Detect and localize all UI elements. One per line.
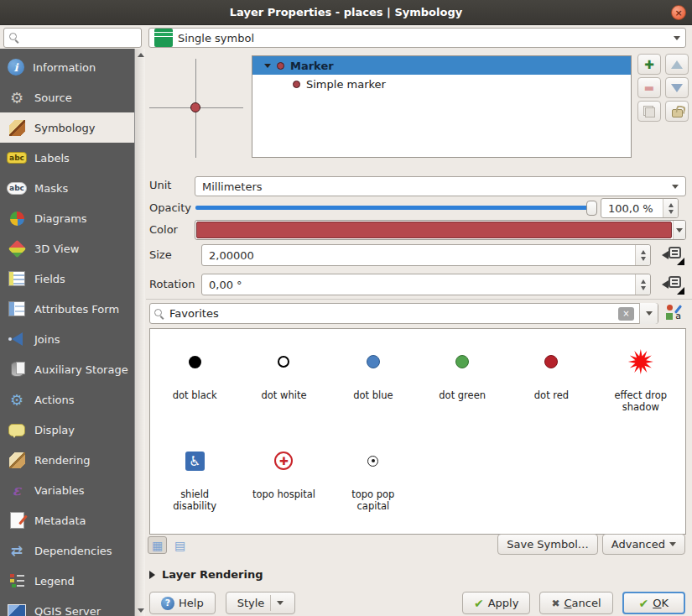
chevron-down-icon [669,542,676,546]
color-dropdown[interactable] [673,221,685,239]
unit-dropdown[interactable]: Millimeters [195,176,686,196]
properties-search-box[interactable] [3,28,142,48]
sidebar-item-symbology[interactable]: Symbology [0,112,134,143]
close-icon[interactable]: × [671,5,686,20]
rotation-spinbox[interactable]: 0,00 ° [201,274,651,295]
tree-item-simple-marker[interactable]: Simple marker [252,75,631,93]
symbol-dot-white[interactable]: dot white [239,334,328,433]
sidebar-item-joins[interactable]: Joins [0,324,134,354]
duplicate-button[interactable] [637,101,661,122]
cancel-button[interactable]: ✖ Cancel [539,592,612,614]
icon-view-button[interactable]: ▦ [148,536,167,554]
scroll-up-icon[interactable] [135,50,146,60]
ok-button[interactable]: ✔ OK [622,592,686,614]
opacity-slider-handle[interactable] [586,201,597,216]
symbol-effect-drop-shadow[interactable]: effect drop shadow [596,334,685,433]
color-button[interactable] [195,220,686,240]
sidebar-item-label: 3D View [34,243,79,255]
labels-abc-icon: abc [7,152,27,164]
sidebar-item-label: Attributes Form [34,303,119,316]
sidebar-item-fields[interactable]: Fields [0,264,134,294]
symbol-action-buttons: Save Symbol… Advanced [497,534,685,555]
sidebar-item-label: Dependencies [34,545,112,557]
sidebar-item-label: Variables [34,484,84,497]
sidebar-item-dependencies[interactable]: ⇄ Dependencies [0,535,134,566]
tree-item-label: Marker [290,60,334,72]
move-up-button[interactable] [665,54,689,75]
symbol-filter-input[interactable] [169,307,613,320]
window-title: Layer Properties - places | Symbology [230,6,462,18]
filter-dropdown[interactable] [639,303,658,324]
sidebar-item-attributes-form[interactable]: Attributes Form [0,294,134,324]
sidebar-item-metadata[interactable]: Metadata [0,505,134,535]
style-manager-button[interactable]: a [665,305,682,321]
list-view-button[interactable]: ▤ [170,536,190,554]
check-icon: ✔ [639,597,649,610]
source-icon: ⚙ [8,88,26,107]
chevron-down-icon [674,36,680,40]
unit-value: Millimeters [202,180,263,193]
dot-red-icon [544,355,558,368]
symbol-filter-bar[interactable]: × [149,303,658,324]
remove-symbol-layer-button[interactable]: ▬ [637,77,661,98]
symbol-dot-blue[interactable]: dot blue [329,334,418,433]
add-symbol-layer-button[interactable]: ✚ [637,54,661,75]
sidebar-item-variables[interactable]: ε Variables [0,475,134,505]
color-swatch[interactable] [196,222,672,238]
layer-rendering-section[interactable]: Layer Rendering [149,568,263,581]
down-arrow-icon [671,84,683,92]
rotation-data-override-button[interactable] [662,275,684,295]
sidebar-item-actions[interactable]: ⚙ Actions [0,384,134,415]
apply-button[interactable]: ✔ Apply [462,592,530,614]
sidebar-item-auxiliary-storage[interactable]: Auxiliary Storage [0,354,134,384]
scroll-down-icon[interactable] [135,605,146,615]
opacity-label: Opacity [149,201,191,214]
style-button[interactable]: Style [226,592,296,614]
symbol-dot-black[interactable]: dot black [150,334,239,433]
size-spinbox[interactable]: 2,00000 [201,244,651,266]
symbol-topo-hospital[interactable]: ✚ topo hospital [239,433,328,532]
symbol-dot-green[interactable]: dot green [418,334,507,433]
sidebar-item-labels[interactable]: abc Labels [0,143,134,173]
symbol-shield-disability[interactable]: ♿ shield disability [150,433,239,532]
unlock-icon [672,106,683,117]
properties-search-input[interactable] [23,32,136,44]
opacity-spinbox[interactable]: 100,0 % [601,198,679,218]
sidebar-item-3d-view[interactable]: 3D View [0,233,134,264]
unit-label: Unit [149,179,171,191]
size-data-override-button[interactable] [662,246,684,265]
duplicate-icon [643,106,655,117]
tree-item-marker[interactable]: Marker [252,56,631,75]
spinner-arrows[interactable] [635,274,650,295]
symbol-dot-red[interactable]: dot red [507,334,596,433]
spinner-arrows[interactable] [635,245,650,265]
help-button[interactable]: ? Help [149,592,216,614]
sidebar-item-diagrams[interactable]: Diagrams [0,203,134,233]
spinner-arrows[interactable] [663,199,678,217]
size-value: 2,00000 [202,249,635,262]
lock-colors-button[interactable] [665,101,689,122]
sidebar-item-rendering[interactable]: Rendering [0,445,134,475]
symbol-topo-pop-capital[interactable]: topo pop capital [329,433,418,532]
expand-icon[interactable] [264,64,271,68]
save-symbol-button[interactable]: Save Symbol… [497,534,597,555]
cube-icon [8,239,26,258]
sidebar-item-source[interactable]: ⚙ Source [0,82,134,112]
renderer-dropdown[interactable]: Single symbol [148,28,686,48]
sidebar-scrollbar[interactable] [134,49,145,616]
sidebar-item-information[interactable]: i Information [0,52,134,82]
move-down-button[interactable] [665,77,689,98]
symbol-browser: dot black dot white dot blue dot green d… [149,328,686,535]
join-icon [8,330,26,348]
chevron-down-icon [277,601,284,605]
sidebar-item-masks[interactable]: abc Masks [0,173,134,203]
advanced-button[interactable]: Advanced [602,534,685,555]
sidebar-item-legend[interactable]: Legend [0,566,134,596]
masks-icon: abc [7,182,27,195]
sidebar-item-qgis-server[interactable]: QGIS Server [0,596,134,616]
opacity-slider[interactable] [195,206,590,210]
circle-dot-icon [367,456,378,467]
clear-filter-icon[interactable]: × [618,307,634,321]
gear-icon: ⚙ [8,390,26,409]
sidebar-item-display[interactable]: Display [0,415,134,445]
